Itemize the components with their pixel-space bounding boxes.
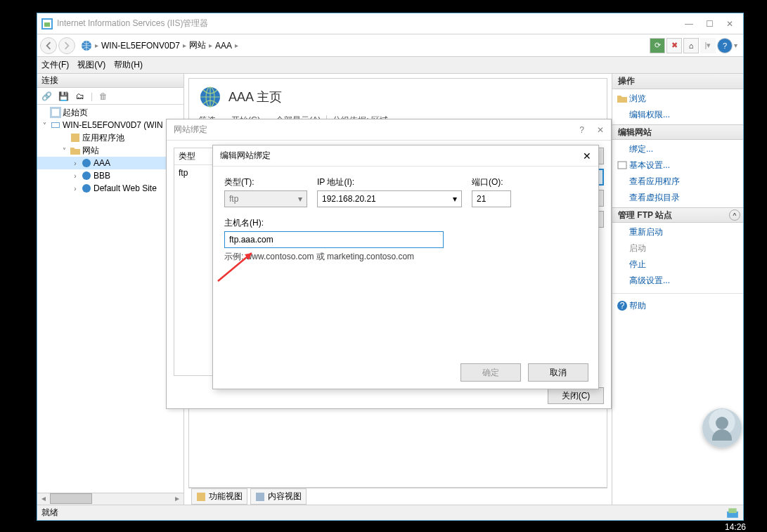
window-close[interactable]: ✕ xyxy=(726,19,733,29)
edit-binding-dialog: 编辑网站绑定 ✕ 类型(T): ftp▾ IP 地址(I): 192.168.2… xyxy=(212,145,599,389)
sb-help[interactable]: ? xyxy=(579,125,584,135)
up-icon[interactable]: 🗂 xyxy=(74,90,86,103)
svg-rect-15 xyxy=(256,493,264,501)
svg-point-10 xyxy=(82,171,91,180)
tab-content[interactable]: 内容视图 xyxy=(250,488,307,505)
status-icon xyxy=(726,507,739,519)
clock: 14:26 xyxy=(725,522,746,532)
bc-site[interactable]: AAA xyxy=(215,41,232,51)
ip-label: IP 地址(I): xyxy=(317,176,462,188)
col-type: 类型 xyxy=(174,148,217,164)
features-icon xyxy=(196,492,206,502)
content-icon xyxy=(255,492,265,502)
ftp-header: 管理 FTP 站点^ xyxy=(612,207,743,223)
window-maximize[interactable]: ☐ xyxy=(706,19,714,29)
sb-close[interactable]: ✕ xyxy=(597,125,604,135)
iis-icon xyxy=(41,18,53,30)
menu-bar: 文件(F) 视图(V) 帮助(H) xyxy=(37,57,743,74)
svg-text:?: ? xyxy=(620,301,625,311)
refresh-icon[interactable]: ⟳ xyxy=(650,38,665,53)
tree-sites[interactable]: ˅网站 xyxy=(37,144,183,157)
site-globe-icon xyxy=(199,86,221,108)
sb-close-button[interactable]: 关闭(C) xyxy=(548,387,604,404)
type-label: 类型(T): xyxy=(224,176,307,188)
ip-select[interactable]: 192.168.20.21▾ xyxy=(317,190,462,207)
view-tabs: 功能视图 内容视图 xyxy=(188,488,607,505)
svg-rect-7 xyxy=(52,123,59,127)
collapse-icon[interactable]: ^ xyxy=(729,209,740,221)
eb-title: 编辑网站绑定 xyxy=(220,150,271,162)
tree-server[interactable]: ˅WIN-EL5EFONV0D7 (WIN xyxy=(37,119,183,131)
help-icon[interactable]: ? xyxy=(717,38,733,53)
status-bar: 就绪 xyxy=(37,505,743,520)
connections-tree[interactable]: 起始页 ˅WIN-EL5EFONV0D7 (WIN 应用程序池 ˅网站 ›AAA… xyxy=(37,105,183,493)
window-minimize[interactable]: — xyxy=(685,19,693,29)
connections-header: 连接 xyxy=(37,74,183,88)
left-scrollbar[interactable]: ◂▸ xyxy=(37,493,183,505)
svg-rect-14 xyxy=(197,493,205,501)
action-help[interactable]: ?帮助 xyxy=(617,298,739,314)
eb-close-icon[interactable]: ✕ xyxy=(583,150,591,162)
breadcrumb[interactable]: ▸ WIN-EL5EFONV0D7 ▸ 网站 ▸ AAA ▸ xyxy=(81,39,650,51)
port-input[interactable] xyxy=(472,190,511,207)
window-titlebar: Internet Information Services (IIS)管理器 —… xyxy=(37,13,743,34)
tab-features[interactable]: 功能视图 xyxy=(191,488,247,505)
edit-site-header: 编辑网站 xyxy=(612,124,743,140)
action-edit-permissions[interactable]: 编辑权限... xyxy=(617,107,739,123)
action-basic-settings[interactable]: 基本设置... xyxy=(617,157,739,174)
svg-rect-20 xyxy=(728,508,736,513)
type-select: ftp▾ xyxy=(224,190,307,207)
stop-icon[interactable]: ✖ xyxy=(666,38,682,53)
bc-sites[interactable]: 网站 xyxy=(189,39,206,51)
delete-icon[interactable]: 🗑 xyxy=(97,90,110,103)
action-bindings[interactable]: 绑定... xyxy=(617,141,739,157)
host-hint: 示例: www.contoso.com 或 marketing.contoso.… xyxy=(224,251,587,263)
menu-view[interactable]: 视图(V) xyxy=(77,59,105,71)
svg-rect-2 xyxy=(44,22,50,27)
host-label: 主机名(H): xyxy=(224,217,587,229)
tree-start[interactable]: 起始页 xyxy=(37,106,183,119)
svg-point-11 xyxy=(82,184,91,193)
action-view-vdirs[interactable]: 查看虚拟目录 xyxy=(617,190,739,206)
bc-server[interactable]: WIN-EL5EFONV0D7 xyxy=(101,41,180,51)
action-stop[interactable]: 停止 xyxy=(617,257,739,273)
sb-title: 网站绑定 xyxy=(174,124,207,136)
menu-file[interactable]: 文件(F) xyxy=(41,59,69,71)
svg-rect-16 xyxy=(618,162,626,169)
action-browse[interactable]: 浏览 xyxy=(617,91,739,107)
action-view-apps[interactable]: 查看应用程序 xyxy=(617,174,739,190)
nav-sep: |▾ xyxy=(700,38,716,53)
svg-rect-5 xyxy=(52,109,59,116)
action-advanced[interactable]: 高级设置... xyxy=(617,273,739,289)
svg-rect-8 xyxy=(71,134,79,142)
tree-app-pools[interactable]: 应用程序池 xyxy=(37,131,183,144)
host-input[interactable] xyxy=(224,231,444,248)
action-restart[interactable]: 重新启动 xyxy=(617,224,739,240)
connections-toolbar: 🔗 💾 🗂 | 🗑 xyxy=(37,88,183,105)
cancel-button[interactable]: 取消 xyxy=(528,363,588,382)
nav-bar: ▸ WIN-EL5EFONV0D7 ▸ 网站 ▸ AAA ▸ ⟳ ✖ ⌂ |▾ … xyxy=(37,34,743,57)
menu-help[interactable]: 帮助(H) xyxy=(114,59,143,71)
actions-header: 操作 xyxy=(612,74,743,89)
ok-button[interactable]: 确定 xyxy=(460,363,521,382)
connect-icon[interactable]: 🔗 xyxy=(40,90,53,103)
home-icon[interactable]: ⌂ xyxy=(683,38,699,53)
assistant-avatar[interactable] xyxy=(702,408,742,448)
tree-site-aaa[interactable]: ›AAA xyxy=(37,157,183,169)
page-title: AAA 主页 xyxy=(228,89,282,105)
port-label: 端口(O): xyxy=(472,176,511,188)
nav-back[interactable] xyxy=(40,37,57,54)
globe-icon xyxy=(81,40,92,51)
action-start: 启动 xyxy=(617,240,739,257)
status-text: 就绪 xyxy=(41,507,58,519)
save-icon[interactable]: 💾 xyxy=(57,90,70,103)
taskbar: 14:26 xyxy=(0,522,767,532)
nav-forward[interactable] xyxy=(58,37,75,54)
tree-site-bbb[interactable]: ›BBB xyxy=(37,169,183,182)
window-title: Internet Information Services (IIS)管理器 xyxy=(57,18,685,30)
tree-site-default[interactable]: ›Default Web Site xyxy=(37,182,183,195)
svg-point-9 xyxy=(82,159,91,167)
